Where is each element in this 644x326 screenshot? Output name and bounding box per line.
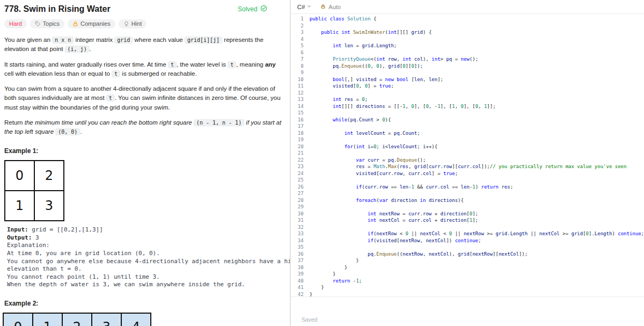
code-line[interactable]: 12 <box>291 90 644 97</box>
code-line[interactable]: 32 <box>291 224 644 231</box>
code-line[interactable]: 34 if(visited[nextRow, nextCol]) continu… <box>291 237 644 244</box>
line-number[interactable]: 40 <box>291 278 304 285</box>
line-number[interactable]: 22 <box>291 157 304 164</box>
line-number[interactable]: 29 <box>291 204 304 211</box>
companies-button[interactable]: Companies <box>68 19 115 28</box>
code-line[interactable]: 20 for(int i=0; i<levelCount; i++){ <box>291 143 644 150</box>
line-number[interactable]: 33 <box>291 230 304 237</box>
grid-cell: 0 <box>5 161 34 191</box>
code-line[interactable]: 7 PriorityQueue<(int row, int col), int>… <box>291 56 644 63</box>
code-line[interactable]: 21 <box>291 150 644 157</box>
line-number[interactable]: 17 <box>291 123 304 130</box>
line-number[interactable]: 11 <box>291 83 304 90</box>
code-line[interactable]: 42} <box>291 291 644 298</box>
code-line[interactable]: 31 int nextCol = curr.col + direction[1]… <box>291 217 644 224</box>
autosave-indicator[interactable]: Auto <box>320 4 341 10</box>
code-line[interactable]: 1public class Solution { <box>291 16 644 23</box>
line-number[interactable]: 6 <box>291 49 304 56</box>
line-number[interactable]: 27 <box>291 190 304 197</box>
code-line[interactable]: 8 pq.Enqueue((0, 0), grid[0][0]); <box>291 63 644 70</box>
code-line[interactable]: 36 pq.Enqueue((nextRow, nextCol), grid[n… <box>291 251 644 258</box>
hint-button[interactable]: Hint <box>119 19 147 28</box>
code-line[interactable]: 14 int[][] directions = [[-1, 0], [0, -1… <box>291 103 644 110</box>
code-line[interactable]: 27 <box>291 190 644 197</box>
line-number[interactable]: 26 <box>291 184 304 191</box>
line-number[interactable]: 4 <box>291 36 304 43</box>
code-line[interactable]: 24 visited[curr.row, curr.col] = true; <box>291 170 644 177</box>
line-number[interactable]: 18 <box>291 130 304 137</box>
line-number[interactable]: 28 <box>291 197 304 204</box>
code-line[interactable]: 19 <box>291 136 644 143</box>
code-editor[interactable]: 1public class Solution {23 public int Sw… <box>291 14 644 297</box>
example-io-line: You cannot go anywhere else because 4-di… <box>7 258 284 266</box>
line-number[interactable]: 21 <box>291 150 304 157</box>
line-number[interactable]: 30 <box>291 211 304 218</box>
code-line[interactable]: 41 } <box>291 284 644 291</box>
line-number[interactable]: 20 <box>291 143 304 150</box>
code-line[interactable]: 6 <box>291 49 644 56</box>
code-line[interactable]: 28 foreach(var direction in directions){ <box>291 197 644 204</box>
line-number[interactable]: 24 <box>291 170 304 177</box>
line-number[interactable]: 19 <box>291 136 304 143</box>
code-line[interactable]: 18 int levelCount = pq.Count; <box>291 130 644 137</box>
code-line[interactable]: 3 public int SwimInWater(int[][] grid) { <box>291 29 644 36</box>
line-number[interactable]: 39 <box>291 271 304 278</box>
code-token: len <box>345 43 353 48</box>
code-line[interactable]: 17 <box>291 123 644 130</box>
line-number[interactable]: 37 <box>291 257 304 264</box>
code-line[interactable]: 33 if(nextRow < 0 || nextCol < 0 || next… <box>291 230 644 237</box>
line-number[interactable]: 38 <box>291 264 304 271</box>
code-token: , <box>455 104 461 109</box>
line-number[interactable]: 25 <box>291 177 304 184</box>
line-number[interactable]: 13 <box>291 96 304 103</box>
line-number[interactable]: 9 <box>291 69 304 76</box>
code-line[interactable]: 2 <box>291 23 644 30</box>
line-number[interactable]: 5 <box>291 42 304 49</box>
code-line[interactable]: 9 <box>291 69 644 76</box>
code-line[interactable]: 39 } <box>291 271 644 278</box>
code-line[interactable]: 11 visited[0, 0] = true; <box>291 83 644 90</box>
code-line[interactable]: 30 int nextRow = curr.row + direction[0]… <box>291 211 644 218</box>
code-line[interactable]: 10 bool[,] visited = new bool [len, len]… <box>291 76 644 83</box>
code-line[interactable]: 35 <box>291 244 644 251</box>
line-number[interactable]: 3 <box>291 29 304 36</box>
code-line[interactable]: 16 while(pq.Count > 0){ <box>291 117 644 124</box>
line-number[interactable]: 2 <box>291 23 304 30</box>
line-number[interactable]: 1 <box>291 16 304 23</box>
code-line[interactable]: 22 var curr = pq.Dequeue(); <box>291 157 644 164</box>
text-segment: elevation than t = 0. <box>7 265 82 272</box>
line-number[interactable]: 14 <box>291 103 304 110</box>
code-line[interactable]: 15 <box>291 110 644 117</box>
line-number[interactable]: 16 <box>291 117 304 124</box>
line-number[interactable]: 31 <box>291 217 304 224</box>
difficulty-badge[interactable]: Hard <box>4 19 27 28</box>
code-line[interactable]: 25 <box>291 177 644 184</box>
code-line[interactable]: 26 if(curr.row == len-1 && curr.col == l… <box>291 184 644 191</box>
code-token: return <box>481 184 499 190</box>
code-line-content: int[][] directions = [[-1, 0], [0, -1], … <box>310 103 496 110</box>
line-number[interactable]: 8 <box>291 63 304 70</box>
line-number[interactable]: 23 <box>291 163 304 170</box>
code-line[interactable]: 40 return -1; <box>291 278 644 285</box>
line-number[interactable]: 34 <box>291 237 304 244</box>
code-line[interactable]: 13 int res = 0; <box>291 96 644 103</box>
line-number[interactable]: 7 <box>291 56 304 63</box>
grid-row: 13 <box>5 191 64 221</box>
code-line[interactable]: 38 } <box>291 264 644 271</box>
line-number[interactable]: 32 <box>291 224 304 231</box>
language-selector[interactable]: C# <box>297 4 312 10</box>
code-line[interactable]: 5 int len = grid.Length; <box>291 42 644 49</box>
code-line[interactable]: 37 } <box>291 257 644 264</box>
line-number[interactable]: 15 <box>291 110 304 117</box>
topics-button[interactable]: Topics <box>30 19 64 28</box>
autosave-label: Auto <box>328 4 341 10</box>
line-number[interactable]: 12 <box>291 90 304 97</box>
line-number[interactable]: 42 <box>291 291 304 298</box>
code-line[interactable]: 4 <box>291 36 644 43</box>
line-number[interactable]: 41 <box>291 284 304 291</box>
line-number[interactable]: 10 <box>291 76 304 83</box>
line-number[interactable]: 35 <box>291 244 304 251</box>
code-line[interactable]: 23 res = Math.Max(res, grid[curr.row][cu… <box>291 163 644 170</box>
line-number[interactable]: 36 <box>291 251 304 258</box>
code-line[interactable]: 29 <box>291 204 644 211</box>
